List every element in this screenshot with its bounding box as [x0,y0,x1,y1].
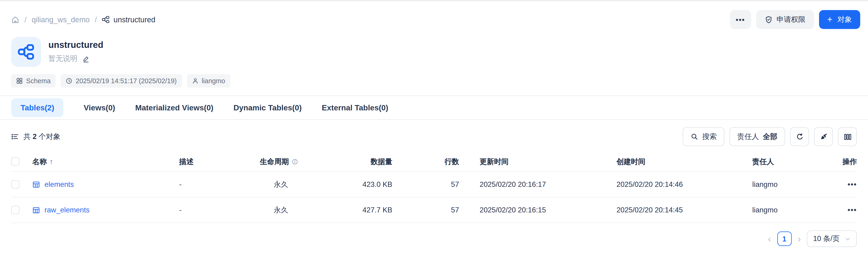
tab-external-tables[interactable]: External Tables(0) [322,98,388,117]
table-name-link[interactable]: elements [44,180,74,188]
chevron-down-icon [845,236,850,242]
tab-dynamic-tables[interactable]: Dynamic Tables(0) [234,98,302,117]
table-icon [32,206,40,214]
column-description: 描述 [179,156,260,166]
breadcrumb-workspace[interactable]: qiliang_ws_demo [32,15,90,24]
apply-permission-button[interactable]: 申请权限 [756,10,814,29]
table-name-cell: elements [32,180,179,188]
breadcrumb-current: unstructured [102,15,155,24]
row-checkbox[interactable] [11,206,20,214]
cell-updated: 2025/02/20 20:16:17 [459,180,616,188]
home-icon[interactable] [11,15,20,24]
refresh-icon [796,132,804,141]
object-header: unstructured 暂无说明 [0,29,868,67]
schema-avatar [11,37,41,67]
page: / qiliang_ws_demo / unstructured ••• [0,0,868,264]
prev-page-button[interactable]: ‹ [768,234,771,243]
object-count: 2 [33,132,37,140]
cell-owner: liangmo [752,206,835,214]
table-row: elements - 永久 423.0 KB 57 2025/02/20 20:… [11,172,857,197]
cell-rows: 57 [392,180,459,188]
tabs-bar: Tables(2) Views(0) Materialized Views(0)… [0,95,868,120]
object-count-summary: 共 2 个对象 [11,132,60,141]
cell-updated: 2025/02/20 20:16:15 [459,206,616,214]
summary-text: 共 2 个对象 [23,132,61,141]
column-size: 数据量 [312,156,392,166]
cell-size: 423.0 KB [312,180,392,188]
cell-size: 427.7 KB [312,206,392,214]
list-toolbar: 共 2 个对象 搜索 责任人 全部 [0,120,868,146]
cell-created: 2025/02/20 20:14:45 [616,206,752,214]
cell-description: - [179,206,260,214]
breadcrumb-separator: / [95,15,97,24]
brush-icon [819,132,828,141]
columns-settings-button[interactable] [838,127,857,146]
add-object-button[interactable]: + 对象 [819,10,860,29]
column-updated: 更新时间 [459,156,616,166]
breadcrumb: / qiliang_ws_demo / unstructured [11,15,155,24]
row-actions-button[interactable]: ••• [835,180,857,188]
meta-badges: Schema 2025/02/19 14:51:17 (2025/02/19) … [0,67,868,88]
breadcrumb-current-label: unstructured [114,15,155,24]
row-actions-button[interactable]: ••• [835,206,857,214]
columns-icon [843,132,851,141]
table-row: raw_elements - 永久 427.7 KB 57 2025/02/20… [11,197,857,223]
edit-icon[interactable] [82,55,90,62]
cell-rows: 57 [392,206,459,214]
breadcrumb-separator: / [25,15,27,24]
column-created: 创建时间 [616,156,752,166]
table-name-link[interactable]: raw_elements [44,206,90,214]
owner-filter-value: 全部 [763,132,777,141]
column-name[interactable]: 名称 ↑ [32,156,179,166]
object-description: 暂无说明 [49,53,78,63]
select-all-checkbox[interactable] [11,157,20,166]
plus-icon: + [827,15,832,24]
search-button[interactable]: 搜索 [683,127,724,146]
page-size-select[interactable]: 10 条/页 [807,230,857,247]
info-icon[interactable] [292,158,299,165]
more-actions-button[interactable]: ••• [730,10,751,29]
column-rows: 行数 [392,156,459,166]
column-owner: 责任人 [752,156,835,166]
table-header-row: 名称 ↑ 描述 生命周期 数据量 行数 更新时间 创建时间 责任人 操作 [11,152,857,172]
tab-materialized-views[interactable]: Materialized Views(0) [135,98,213,117]
cell-created: 2025/02/20 20:14:46 [616,180,752,188]
time-badge: 2025/02/19 14:51:17 (2025/02/19) [61,74,182,88]
column-lifecycle: 生命周期 [260,156,312,166]
cell-lifecycle: 永久 [260,205,312,215]
clean-brush-button[interactable] [814,127,833,146]
grid-icon [16,78,23,84]
object-title-group: unstructured 暂无说明 [49,40,103,64]
table-body: elements - 永久 423.0 KB 57 2025/02/20 20:… [11,172,857,223]
owner-filter-label: 责任人 [737,132,759,141]
cell-owner: liangmo [752,180,835,188]
page-title: unstructured [49,40,103,50]
add-object-label: 对象 [837,15,852,24]
list-tools: 搜索 责任人 全部 [683,127,857,146]
header-actions: ••• 申请权限 + 对象 [730,10,860,29]
top-bar: / qiliang_ws_demo / unstructured ••• [0,1,868,29]
tables-list: 名称 ↑ 描述 生命周期 数据量 行数 更新时间 创建时间 责任人 操作 [0,146,868,223]
apply-permission-label: 申请权限 [777,15,806,24]
person-icon [192,78,198,84]
owner-filter-button[interactable]: 责任人 全部 [730,127,785,146]
next-page-button[interactable]: › [798,234,801,243]
table-name-cell: raw_elements [32,206,179,214]
row-checkbox[interactable] [11,180,20,188]
shield-check-icon [764,15,773,24]
owner-badge-label: liangmo [202,77,225,85]
schema-icon [102,16,110,24]
tab-views[interactable]: Views(0) [84,98,115,117]
page-size-value: 10 条/页 [813,234,839,244]
list-icon [11,133,19,140]
cell-description: - [179,180,260,188]
search-icon [690,133,698,140]
sort-asc-icon[interactable]: ↑ [50,157,53,166]
schema-icon-large [18,44,35,60]
current-page-button[interactable]: 1 [777,232,792,246]
owner-badge: liangmo [187,74,230,88]
pagination: ‹ 1 › 10 条/页 [0,223,868,247]
type-badge: Schema [11,74,56,88]
refresh-button[interactable] [790,127,809,146]
tab-tables[interactable]: Tables(2) [11,98,64,117]
